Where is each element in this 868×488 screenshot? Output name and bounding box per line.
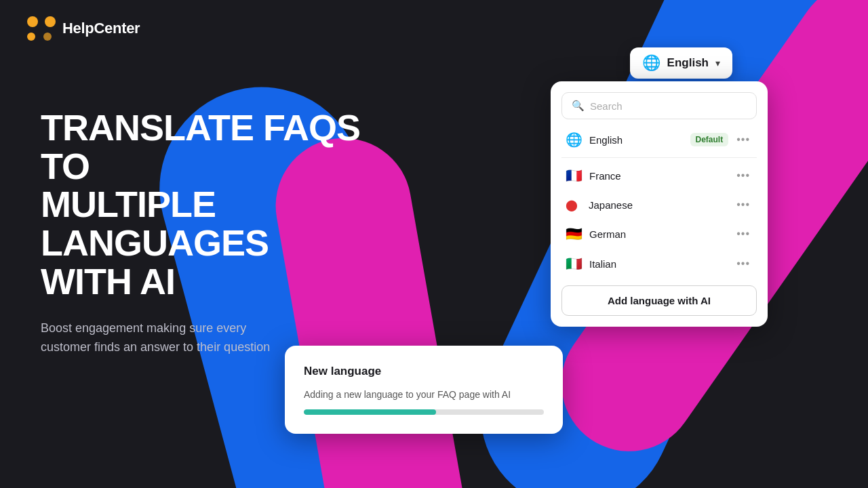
search-input[interactable]: Search	[590, 100, 623, 112]
divider	[561, 157, 757, 158]
progress-bar-fill	[304, 409, 436, 415]
list-item[interactable]: 🇩🇪 German •••	[561, 219, 757, 249]
france-label: France	[589, 170, 734, 182]
headline: Translate FAQs to multiple languages wit…	[41, 108, 380, 300]
logo-dot-br	[43, 33, 52, 41]
language-selector-button[interactable]: 🌐 English ▾	[630, 47, 732, 79]
english-label: English	[589, 134, 690, 146]
language-list: 🌐 English Default ••• 🇫🇷 France ••• ⬤ Ja…	[561, 125, 757, 279]
logo-dot-tr	[45, 16, 56, 27]
progress-bar-background	[304, 409, 544, 415]
more-options-button-italian[interactable]: •••	[734, 256, 753, 271]
main-content: Translate FAQs to multiple languages wit…	[41, 108, 380, 357]
selected-language-label: English	[667, 56, 709, 70]
logo-dot-tl	[27, 16, 38, 27]
more-options-button-german[interactable]: •••	[734, 226, 753, 241]
list-item[interactable]: 🇮🇹 Italian •••	[561, 249, 757, 279]
new-language-card-title: New language	[304, 365, 544, 378]
search-box[interactable]: 🔍 Search	[561, 92, 757, 119]
headline-line3: with AI	[41, 261, 175, 302]
italian-flag-icon: 🇮🇹	[566, 256, 583, 272]
more-options-button-english[interactable]: •••	[734, 132, 753, 147]
logo-text: HelpCenter	[62, 20, 140, 37]
list-item[interactable]: 🌐 English Default •••	[561, 125, 757, 155]
german-label: German	[589, 228, 734, 240]
list-item[interactable]: 🇫🇷 France •••	[561, 161, 757, 190]
default-badge: Default	[690, 133, 729, 146]
german-flag-icon: 🇩🇪	[566, 226, 583, 242]
logo-icon	[27, 16, 56, 41]
logo-dot-bl	[27, 33, 35, 41]
list-item[interactable]: ⬤ Japanese •••	[561, 190, 757, 219]
more-options-button-france[interactable]: •••	[734, 168, 753, 183]
new-language-card-description: Adding a new language to your FAQ page w…	[304, 389, 544, 400]
english-flag-icon: 🌐	[566, 131, 583, 148]
header: HelpCenter	[27, 16, 140, 41]
headline-line2: multiple languages	[41, 184, 269, 263]
headline-line1: Translate FAQs to	[41, 107, 360, 186]
new-language-card: New language Adding a new language to yo…	[285, 346, 563, 434]
add-language-button[interactable]: Add language with AI	[561, 285, 757, 316]
more-options-button-japanese[interactable]: •••	[734, 197, 753, 212]
globe-icon: 🌐	[642, 54, 660, 72]
japanese-label: Japanese	[589, 199, 734, 211]
france-flag-icon: 🇫🇷	[566, 167, 583, 184]
italian-label: Italian	[589, 258, 734, 270]
japanese-flag-icon: ⬤	[566, 199, 582, 211]
chevron-down-icon: ▾	[715, 58, 720, 68]
subtext: Boost engagement making sure every custo…	[41, 319, 298, 357]
search-icon: 🔍	[572, 100, 585, 112]
language-dropdown-panel: 🔍 Search 🌐 English Default ••• 🇫🇷 France…	[551, 81, 768, 327]
